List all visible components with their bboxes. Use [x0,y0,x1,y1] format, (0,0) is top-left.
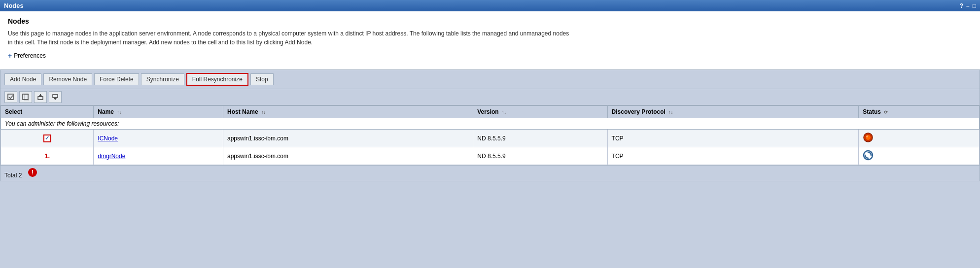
col-select: Select [1,106,94,118]
window-title: Nodes [4,2,24,9]
row1-version: ND 8.5.5.9 [477,135,505,142]
svg-marker-7 [53,98,57,100]
col-version: Version ↑↓ [473,106,607,118]
table-row: 1. dmgrNode appswin1.issc-ibm.com ND 8.5… [1,147,980,165]
discovery-sort-icon[interactable]: ↑↓ [668,110,673,115]
version-sort-icon[interactable]: ↑↓ [502,110,506,115]
row2-discovery-cell: TCP [607,147,859,165]
row2-name-cell: dmgrNode [94,147,223,165]
row1-select-cell[interactable] [1,130,94,147]
dmgrnode-link[interactable]: dmgrNode [98,153,125,160]
preferences-row: + Preferences [8,52,972,60]
svg-rect-1 [23,94,28,100]
toolbar-section: Add Node Remove Node Force Delete Synchr… [0,69,980,89]
deselect-all-icon[interactable] [19,91,32,103]
maximize-icon[interactable]: □ [973,2,976,9]
page-title: Nodes [8,17,972,25]
name-sort-icon[interactable]: ↑↓ [117,110,121,115]
add-node-button[interactable]: Add Node [4,73,41,85]
table-header-row: Select Name ↑↓ Host Name ↑↓ Version ↑↓ [1,106,980,118]
row1-checkbox[interactable] [43,134,51,142]
row1-version-cell: ND 8.5.5.9 [473,130,607,147]
total-count: Total 2 [4,172,22,179]
page-wrapper: Nodes ? – □ Nodes Use this page to manag… [0,0,980,268]
col-discovery: Discovery Protocol ↑↓ [607,106,859,118]
main-content: Nodes Use this page to manage nodes in t… [0,11,980,69]
administer-row: You can administer the following resourc… [1,118,980,130]
row2-hostname-cell: appswin1.issc-ibm.com [223,147,473,165]
status-refresh-icon[interactable]: ⟳ [884,110,888,115]
nodes-table: Select Name ↑↓ Host Name ↑↓ Version ↑↓ [0,105,980,165]
svg-rect-3 [38,97,43,100]
table-container: Select Name ↑↓ Host Name ↑↓ Version ↑↓ [0,105,980,166]
description: Use this page to manage nodes in the app… [8,29,972,47]
title-bar: Nodes ? – □ [0,0,980,11]
icon-toolbar [0,89,980,105]
row2-discovery: TCP [612,153,624,160]
row1-discovery-cell: TCP [607,130,859,147]
total-row: Total 2 ! [0,166,980,181]
row1-status-icon [863,132,874,143]
row1-hostname: appswin1.issc-ibm.com [227,135,288,142]
minimize-icon[interactable]: – [966,2,970,9]
move-up-icon[interactable] [34,91,47,103]
row2-version: ND 8.5.5.9 [477,153,505,160]
remove-node-button[interactable]: Remove Node [43,73,92,85]
full-resynchronize-button[interactable]: Full Resynchronize [186,73,248,86]
svg-point-9 [866,135,871,140]
row2-version-cell: ND 8.5.5.9 [473,147,607,165]
bottom-status-icon: ! [28,168,37,177]
svg-rect-6 [53,95,58,98]
row2-status-icon [863,150,874,161]
description-line2: in this cell. The first node is the depl… [8,39,313,46]
col-hostname: Host Name ↑↓ [223,106,473,118]
svg-text:!: ! [32,169,34,176]
row1-name-cell: ICNode [94,130,223,147]
preferences-label[interactable]: Preferences [14,52,46,59]
hostname-sort-icon[interactable]: ↑↓ [261,110,266,115]
col-name: Name ↑↓ [94,106,223,118]
row2-select-cell[interactable]: 1. [1,147,94,165]
table-row: ICNode appswin1.issc-ibm.com ND 8.5.5.9 … [1,130,980,147]
svg-point-10 [866,135,868,137]
force-delete-button[interactable]: Force Delete [94,73,139,85]
move-down-icon[interactable] [49,91,62,103]
administer-text: You can administer the following resourc… [1,118,980,130]
row1-discovery: TCP [612,135,624,142]
preferences-expand-icon[interactable]: + [8,52,12,60]
stop-button[interactable]: Stop [250,73,274,85]
synchronize-button[interactable]: Synchronize [141,73,184,85]
row2-number: 1. [44,152,50,160]
row2-hostname: appswin1.issc-ibm.com [227,153,288,160]
help-icon[interactable]: ? [960,2,963,9]
button-row: Add Node Remove Node Force Delete Synchr… [4,73,976,86]
row1-hostname-cell: appswin1.issc-ibm.com [223,130,473,147]
select-all-icon[interactable] [4,91,17,103]
description-line1: Use this page to manage nodes in the app… [8,30,569,37]
title-bar-icons: ? – □ [960,2,976,9]
col-status: Status ⟳ [859,106,980,118]
icnode-link[interactable]: ICNode [98,135,118,142]
row1-status-cell [859,130,980,147]
row2-status-cell [859,147,980,165]
